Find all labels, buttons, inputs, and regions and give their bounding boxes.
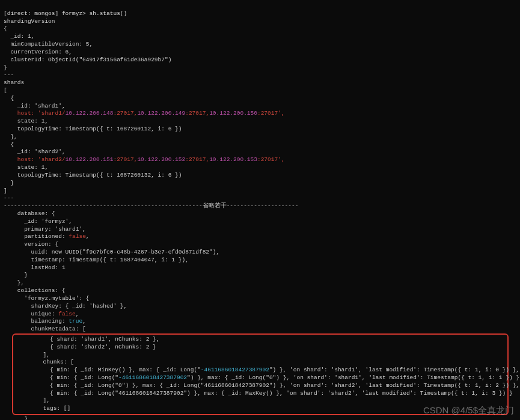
shards-label: shards: [4, 79, 24, 86]
meta1: { shard: 'shard1', nChunks: 2 },: [16, 336, 159, 342]
meta-close: ],: [16, 352, 50, 358]
unique: unique: false,: [4, 311, 79, 317]
shard1-id: _id: 'shard1',: [4, 103, 66, 109]
shard1-state: state: 1,: [4, 118, 48, 124]
shard1-host: host: 'shard1/10.122.200.148:27017,10.12…: [4, 110, 285, 117]
meta-open: chunkMetadata: [: [4, 326, 86, 332]
sv-curver: currentVersion: 6,: [4, 49, 72, 55]
brace: {: [4, 25, 7, 32]
db1-open: database: {: [4, 210, 55, 217]
shard2-topo: topologyTime: Timestamp({ t: 1687260132,…: [4, 172, 182, 178]
tbl-close: }: [4, 415, 28, 420]
sv-id: _id: 1,: [4, 33, 34, 40]
divider: ----------------------------------------…: [4, 202, 298, 209]
tags: tags: []: [16, 405, 70, 412]
meta2: { shard: 'shard2', nChunks: 2 }: [16, 344, 156, 350]
sharding-version-label: shardingVersion: [4, 18, 55, 25]
db1-ts: timestamp: Timestamp({ t: 1687404047, i:…: [4, 257, 189, 263]
bracket: ]: [4, 187, 7, 194]
shard2-close: }: [4, 180, 14, 186]
chunk2: { min: { _id: Long("-4611686018427387902…: [16, 374, 520, 381]
db1-ver-close: }: [4, 272, 28, 278]
dashes: ---: [4, 195, 14, 201]
chunks-open: chunks: [: [16, 359, 74, 365]
shard1-topo: topologyTime: Timestamp({ t: 1687260112,…: [4, 126, 182, 132]
db1-uuid: uuid: new UUID("f9c7bfc0-c48b-4267-b3e7-…: [4, 249, 219, 255]
shard2-open: {: [4, 141, 14, 148]
shard2-state: state: 1,: [4, 164, 48, 171]
db1-lastmod: lastMod: 1: [4, 264, 66, 271]
chunk3: { min: { _id: Long("0") }, max: { _id: L…: [16, 382, 519, 389]
balancing: balancing: true,: [4, 318, 86, 324]
shardkey: shardKey: { _id: 'hashed' },: [4, 303, 127, 309]
shard1-open: {: [4, 95, 14, 102]
prompt-line: [direct: mongos] formyz> sh.status(): [4, 10, 127, 17]
db1-primary: primary: 'shard1',: [4, 226, 86, 233]
sv-clusterid: clusterId: ObjectId("64917f3156af61de36a…: [4, 56, 171, 63]
db1-partitioned: partitioned: false,: [4, 233, 90, 240]
dashes: ---: [4, 72, 14, 78]
highlight-box: { shard: 'shard1', nChunks: 2 }, { shard…: [12, 333, 509, 415]
chunk4: { min: { _id: Long("4611686018427387902"…: [16, 390, 513, 397]
shard2-id: _id: 'shard2',: [4, 148, 66, 155]
terminal-output: [direct: mongos] formyz> sh.status() sha…: [0, 0, 520, 420]
sv-mincompat: minCompatibleVersion: 5,: [4, 41, 93, 47]
db1-ver-open: version: {: [4, 241, 58, 248]
db1-id: _id: 'formyz',: [4, 218, 72, 225]
chunks-close: ],: [16, 397, 50, 404]
db1-close: },: [4, 279, 24, 286]
tbl-open: 'formyz.mytable': {: [4, 295, 90, 302]
bracket: [: [4, 87, 7, 94]
coll-open: collections: {: [4, 287, 66, 294]
chunk1: { min: { _id: MinKey() }, max: { _id: Lo…: [16, 367, 519, 373]
brace: }: [4, 64, 7, 71]
shard2-host: host: 'shard2/10.122.200.151:27017,10.12…: [4, 156, 285, 163]
shard1-close: },: [4, 133, 17, 140]
